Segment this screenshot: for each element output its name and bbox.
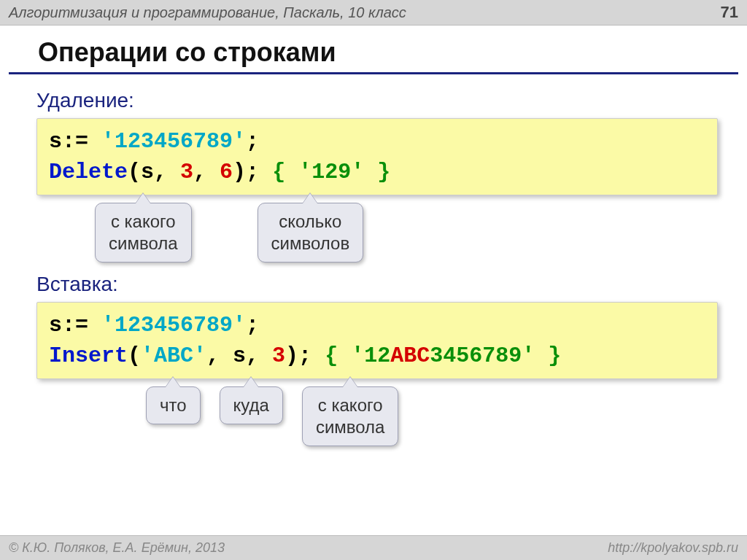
code-token: 3 — [167, 160, 193, 184]
code-token: ( — [128, 160, 141, 184]
code-token: Insert — [49, 343, 128, 368]
code-token: s, — [220, 343, 259, 368]
code-token: 3456789 — [430, 343, 522, 368]
section-label-delete: Удаление: — [36, 89, 718, 112]
code-token: ' } — [522, 343, 561, 368]
code-token: ); — [233, 160, 259, 184]
callout-where: куда — [220, 386, 283, 424]
code-token: s:= — [49, 313, 88, 338]
callout-how-many: сколько символов — [258, 203, 364, 262]
callouts-delete: с какого символа сколько символов — [36, 203, 718, 262]
section-label-insert: Вставка: — [36, 273, 718, 296]
code-token: s, — [141, 160, 167, 184]
code-token: { ' — [311, 343, 364, 368]
code-token: , — [206, 343, 220, 368]
slide-header: Алгоритмизация и программирование, Паска… — [0, 0, 747, 26]
slide-footer: © К.Ю. Поляков, Е.А. Ерёмин, 2013 http:/… — [0, 535, 747, 560]
code-token: '123456789' — [88, 313, 246, 338]
code-token: 3 — [259, 343, 285, 368]
header-topic: Алгоритмизация и программирование, Паска… — [9, 4, 406, 21]
code-token: ); — [285, 343, 311, 368]
callout-what: что — [146, 386, 201, 424]
code-token: '123456789' — [88, 129, 246, 154]
code-token: ABC — [390, 343, 430, 368]
footer-copyright: © К.Ю. Поляков, Е.А. Ерёмин, 2013 — [9, 540, 225, 556]
code-block-delete: s:= '123456789'; Delete(s, 3, 6); { '129… — [36, 118, 718, 195]
slide-title: Операции со строками — [9, 26, 738, 74]
callouts-insert: что куда с какого символа — [36, 386, 718, 446]
code-block-insert: s:= '123456789'; Insert('ABC', s, 3); { … — [36, 302, 718, 379]
code-token: ; — [246, 129, 259, 154]
code-token: Delete — [49, 160, 128, 184]
code-token: 12 — [364, 343, 390, 368]
code-token: 'ABC' — [141, 343, 206, 368]
footer-url: http://kpolyakov.spb.ru — [608, 540, 738, 556]
code-token: ; — [246, 313, 259, 338]
code-token: s:= — [49, 129, 88, 154]
code-token: 6 — [206, 160, 233, 184]
code-token: { '129' } — [259, 160, 390, 184]
code-token: ( — [128, 343, 141, 368]
callout-from-symbol: с какого символа — [95, 203, 192, 262]
code-token: , — [193, 160, 206, 184]
slide-content: Удаление: s:= '123456789'; Delete(s, 3, … — [0, 74, 747, 446]
page-number: 71 — [721, 3, 738, 22]
callout-from-symbol-2: с какого символа — [302, 386, 399, 446]
